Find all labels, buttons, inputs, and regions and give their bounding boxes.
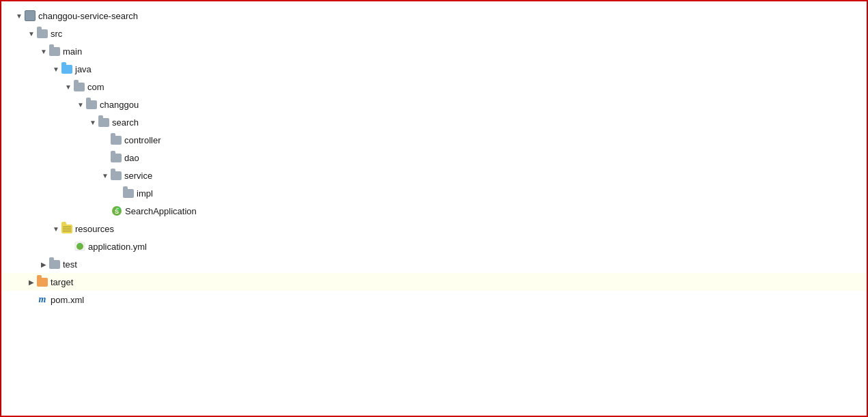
folder-icon-com: [74, 83, 85, 91]
tree-item-label: pom.xml: [51, 295, 84, 305]
file-tree: changgou-service-search src main java: [0, 0, 868, 417]
pom-icon: m: [37, 294, 48, 305]
arrow-target[interactable]: [26, 276, 37, 287]
tree-row-searchapp[interactable]: S SearchApplication: [1, 202, 867, 220]
arrow-resources[interactable]: [51, 223, 61, 234]
tree-item-label: main: [63, 46, 82, 57]
tree-item-label: service: [124, 171, 152, 181]
folder-icon-changgou: [86, 100, 97, 109]
module-icon: [25, 10, 36, 21]
tree-item-label: java: [75, 64, 92, 74]
tree-item-label: application.yml: [88, 242, 147, 252]
arrow-com[interactable]: [63, 81, 74, 92]
folder-icon-resources: [61, 225, 72, 233]
tree-row-test[interactable]: test: [1, 255, 867, 273]
tree-item-label: changgou: [100, 100, 139, 110]
tree-item-label: impl: [137, 188, 153, 199]
tree-item-label: src: [51, 29, 62, 39]
folder-icon-test: [49, 260, 60, 269]
tree-row-search[interactable]: search: [1, 113, 867, 131]
tree-row-pomxml[interactable]: m pom.xml: [1, 291, 867, 308]
arrow-test[interactable]: [38, 259, 49, 270]
tree-item-label: search: [112, 117, 139, 128]
tree-row-impl[interactable]: impl: [1, 184, 867, 202]
tree-row-target[interactable]: target: [1, 273, 867, 291]
arrow-src[interactable]: [26, 28, 37, 39]
tree-row-src[interactable]: src: [1, 25, 867, 42]
arrow-java[interactable]: [51, 63, 61, 74]
tree-row-changgou[interactable]: changgou: [1, 96, 867, 113]
arrow-main[interactable]: [38, 46, 49, 57]
folder-icon-target: [37, 278, 48, 287]
tree-item-label: changgou-service-search: [38, 11, 138, 21]
folder-icon-java: [61, 65, 72, 74]
folder-icon-search: [98, 118, 109, 127]
tree-item-label: SearchApplication: [125, 206, 197, 216]
tree-row-resources[interactable]: resources: [1, 220, 867, 238]
tree-item-label: com: [87, 82, 104, 92]
tree-row-dao[interactable]: dao: [1, 149, 867, 167]
tree-row-appyml[interactable]: application.yml: [1, 238, 867, 255]
arrow-search[interactable]: [87, 117, 98, 128]
tree-row-main[interactable]: main: [1, 42, 867, 60]
yml-icon: [74, 240, 86, 253]
arrow-service[interactable]: [100, 170, 111, 181]
folder-icon-main: [49, 47, 60, 56]
folder-icon-dao: [111, 154, 122, 162]
tree-row-service[interactable]: service: [1, 167, 867, 184]
tree-row-com[interactable]: com: [1, 78, 867, 96]
tree-item-label: dao: [124, 153, 139, 163]
spring-boot-icon: S: [111, 205, 123, 217]
tree-row-controller[interactable]: controller: [1, 131, 867, 149]
tree-item-label: resources: [75, 224, 114, 234]
tree-item-label: target: [51, 277, 73, 287]
arrow-changgou[interactable]: [75, 99, 86, 110]
folder-icon-service: [111, 171, 122, 180]
tree-row-root[interactable]: changgou-service-search: [1, 7, 867, 25]
folder-icon-src: [37, 29, 48, 38]
folder-icon-controller: [111, 136, 122, 145]
folder-icon-impl: [123, 189, 134, 198]
tree-item-label: controller: [124, 135, 160, 145]
tree-row-java[interactable]: java: [1, 60, 867, 78]
tree-item-label: test: [63, 259, 77, 270]
arrow-root[interactable]: [14, 10, 25, 21]
